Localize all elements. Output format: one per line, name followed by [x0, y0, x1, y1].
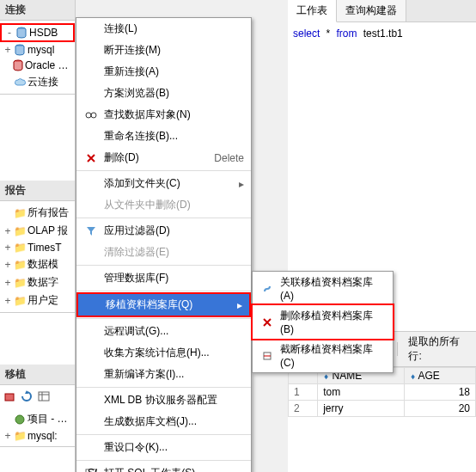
submenu-item[interactable]: 删除移植资料档案库(B)	[253, 305, 393, 339]
tree-toggle[interactable]: -	[5, 27, 14, 39]
blank-icon	[83, 246, 99, 260]
connections-header: 连接	[0, 0, 75, 21]
binoc-icon	[83, 108, 99, 122]
menu-item[interactable]: 重新连接(A)	[76, 61, 251, 83]
tree-item-userdef[interactable]: +📁用户定	[0, 291, 75, 310]
delred-icon	[259, 316, 275, 329]
menu-item[interactable]: 连接(L)	[76, 18, 251, 40]
tree-item-all-reports[interactable]: 📁所有报告	[0, 204, 75, 222]
tree-item-mysql[interactable]: + mysql	[0, 42, 75, 58]
tree-item-datamodel[interactable]: +📁数据模	[0, 255, 75, 273]
menu-item[interactable]: 移植资料档案库(Q)▸	[78, 294, 249, 316]
context-menu: 连接(L)断开连接(M)重新连接(A)方案浏览器(B)查找数据库对象(N)重命名…	[76, 17, 252, 472]
menu-item[interactable]: XML DB 协议服务器配置	[76, 389, 251, 411]
tab-worksheet[interactable]: 工作表	[288, 0, 337, 22]
folder-icon: 📁	[14, 430, 26, 442]
menu-label: 重设口令(K)...	[104, 440, 244, 455]
tab-query-builder[interactable]: 查询构建器	[337, 0, 406, 21]
cloud-icon	[14, 77, 26, 89]
migration-header: 移植	[0, 365, 75, 385]
database-icon	[15, 27, 27, 39]
blank-icon	[83, 22, 99, 36]
menu-label: 重新编译方案(I)...	[104, 367, 244, 382]
sql-keyword: select	[293, 28, 320, 40]
table-row[interactable]: 2 jerry 20	[289, 401, 476, 417]
blank-icon	[83, 177, 99, 191]
blank-icon	[83, 44, 99, 58]
menu-item[interactable]: 断开连接(M)	[76, 40, 251, 61]
results-table: ⬧ NAME ⬧ AGE 1 tom 18 2 jerry 20	[288, 367, 476, 417]
migrate-icon[interactable]	[2, 389, 17, 404]
menu-item[interactable]: 查找数据库对象(N)	[76, 104, 251, 126]
svg-rect-3	[5, 394, 14, 401]
menu-label: 移植资料档案库(Q)	[106, 297, 237, 312]
menu-label: 生成数据库文档(J)...	[104, 414, 244, 429]
migration-tree: 项目 - HS +📁mysql:	[0, 408, 75, 446]
menu-item[interactable]: 管理数据库(F)	[76, 267, 251, 289]
menu-item: 从文件夹中删除(D)	[76, 194, 251, 216]
blank-icon	[83, 346, 99, 360]
menu-label: 删除(D)	[104, 150, 205, 165]
col-header[interactable]: ⬧ AGE	[404, 368, 475, 384]
submenu-item[interactable]: 关联移植资料档案库(A)	[253, 272, 393, 305]
tree-item-olap[interactable]: +📁OLAP 报	[0, 222, 75, 240]
blank-icon	[83, 199, 99, 212]
tree-item-hsdb[interactable]: - HSDB	[0, 23, 75, 42]
menu-label: 截断移植资料档案库(C)	[280, 342, 386, 369]
menu-item[interactable]: 生成数据库文档(J)...	[76, 411, 251, 432]
blank-icon	[83, 87, 99, 101]
tree-label: Oracle NoS	[25, 59, 71, 71]
menu-item[interactable]: 重命名连接(B)...	[76, 126, 251, 147]
tree-item-cloud[interactable]: 云连接	[0, 73, 75, 91]
menu-label: 连接(L)	[104, 21, 244, 36]
folder-icon: 📁	[14, 242, 26, 254]
migration-section: 移植 项目 - HS +📁mysql:	[0, 365, 75, 447]
menu-label: 查找数据库对象(N)	[104, 107, 244, 122]
menu-item[interactable]: SQL打开 SQL 工作表(S)	[76, 463, 251, 472]
svg-point-8	[86, 113, 91, 118]
menu-label: 关联移植资料档案库(A)	[280, 275, 386, 302]
table-icon[interactable]	[36, 389, 52, 404]
menu-label: 方案浏览器(B)	[104, 86, 244, 101]
menu-item[interactable]: 重新编译方案(I)...	[76, 364, 251, 385]
tree-item-project[interactable]: 项目 - HS	[0, 410, 75, 428]
menu-label: 删除移植资料档案库(B)	[280, 309, 386, 335]
blank-icon	[83, 272, 99, 285]
menu-label: 断开连接(M)	[104, 43, 244, 58]
tree-toggle[interactable]: +	[3, 44, 12, 56]
blank-icon	[83, 415, 99, 429]
submenu-item[interactable]: 截断移植资料档案库(C)	[253, 339, 393, 372]
menu-item[interactable]: 收集方案统计信息(H)...	[76, 342, 251, 364]
menu-label: 远程调试(G)...	[104, 324, 244, 339]
tree-item-oracle-nosql[interactable]: Oracle NoS	[0, 58, 75, 73]
sql-star: *	[326, 28, 331, 40]
menu-item[interactable]: 添加到文件夹(C)▸	[76, 173, 251, 194]
menu-item[interactable]: 删除(D)Delete	[76, 147, 251, 169]
reports-header: 报告	[0, 181, 75, 201]
delete-icon	[83, 151, 99, 165]
chevron-right-icon: ▸	[239, 178, 244, 190]
menu-item[interactable]: 方案浏览器(B)	[76, 83, 251, 104]
svg-rect-4	[39, 392, 49, 401]
blank-icon	[83, 65, 99, 79]
link-icon	[259, 282, 275, 296]
left-panel: 连接 - HSDB + mysql Oracle NoS 云连接	[0, 0, 76, 472]
menu-label: 打开 SQL 工作表(S)	[104, 466, 244, 472]
menu-label: 添加到文件夹(C)	[104, 176, 239, 191]
menu-item[interactable]: 重设口令(K)...	[76, 437, 251, 458]
refresh-icon[interactable]	[19, 389, 34, 404]
tree-label: HSDB	[29, 27, 58, 39]
reports-tree: 📁所有报告 +📁OLAP 报 +📁TimesT +📁数据模 +📁数据字 +📁用户…	[0, 201, 75, 312]
svg-point-7	[15, 415, 24, 424]
editor-tabs: 工作表 查询构建器	[288, 0, 476, 22]
tree-item-mysql2[interactable]: +📁mysql:	[0, 428, 75, 444]
menu-item[interactable]: 应用过滤器(D)	[76, 220, 251, 242]
menu-item[interactable]: 远程调试(G)...	[76, 321, 251, 342]
tree-item-datadict[interactable]: +📁数据字	[0, 273, 75, 291]
folder-icon: 📁	[14, 277, 26, 289]
connections-tree: - HSDB + mysql Oracle NoS 云连接	[0, 21, 75, 94]
tree-item-timest[interactable]: +📁TimesT	[0, 240, 75, 255]
table-row[interactable]: 1 tom 18	[289, 384, 476, 401]
tree-label: mysql	[27, 44, 54, 56]
menu-label: 从文件夹中删除(D)	[104, 198, 244, 212]
